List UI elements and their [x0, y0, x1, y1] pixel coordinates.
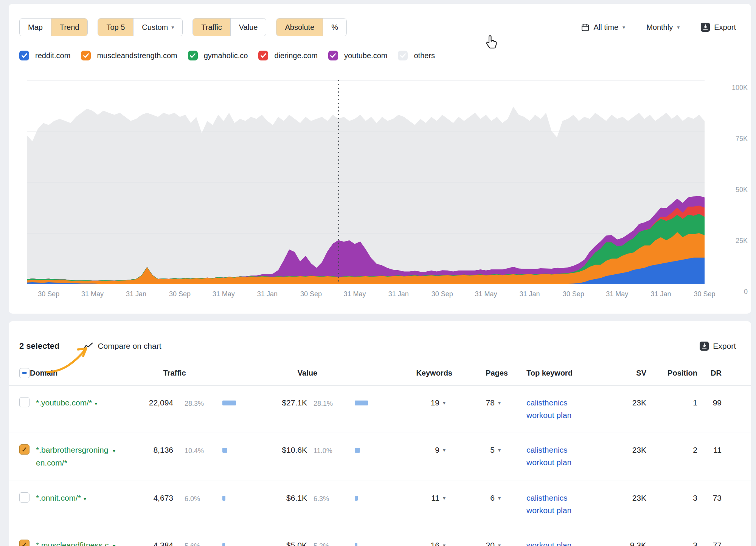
position-value: 1: [646, 396, 697, 409]
row-checkbox[interactable]: [19, 540, 29, 546]
x-axis-label: 31 Jan: [257, 290, 278, 298]
legend-item[interactable]: dieringe.com: [258, 51, 318, 60]
pages-dropdown[interactable]: 20▾: [446, 539, 501, 546]
top5-button[interactable]: Top 5: [98, 19, 133, 36]
value-amount: $27.1K: [251, 396, 307, 409]
chevron-down-icon[interactable]: ▾: [113, 543, 115, 546]
custom-label: Custom: [142, 23, 168, 32]
search-volume: 23K: [612, 492, 646, 504]
chevron-down-icon: ▾: [443, 495, 446, 501]
legend-item[interactable]: muscleandstrength.com: [81, 51, 177, 60]
table-row: *.youtube.com/*▾ 22,094 28.3% $27.1K 28.…: [9, 386, 751, 433]
chevron-down-icon[interactable]: ▾: [113, 448, 115, 454]
legend-item[interactable]: gymaholic.co: [188, 51, 248, 60]
keywords-dropdown[interactable]: 9▾: [381, 444, 446, 456]
chevron-down-icon: ▾: [677, 25, 680, 30]
top-keyword-link[interactable]: calisthenics workout plan: [526, 444, 589, 469]
granularity-dropdown[interactable]: Monthly ▾: [646, 23, 680, 32]
legend-label: reddit.com: [35, 51, 70, 60]
legend-item[interactable]: reddit.com: [19, 51, 70, 60]
header-traffic[interactable]: Traffic: [141, 369, 215, 377]
x-axis-label: 31 May: [344, 290, 366, 298]
dr-value: 99: [697, 396, 722, 409]
header-domain[interactable]: Domain: [30, 369, 141, 377]
check-icon: [83, 53, 89, 58]
export-button-top[interactable]: Export: [701, 23, 736, 32]
search-volume: 23K: [612, 396, 646, 409]
keywords-dropdown[interactable]: 19▾: [381, 396, 446, 409]
chevron-down-icon[interactable]: ▾: [84, 496, 86, 502]
top-keyword-link[interactable]: workout plan: [526, 539, 571, 546]
x-axis-label: 31 Jan: [519, 290, 540, 298]
value-toggle-button[interactable]: Value: [230, 19, 266, 36]
legend-checkbox[interactable]: [81, 51, 91, 60]
y-axis-label: 25K: [736, 237, 748, 245]
compare-on-chart-button[interactable]: Compare on chart: [83, 342, 161, 351]
value-share-bar: [355, 543, 357, 546]
header-value[interactable]: Value: [251, 369, 347, 377]
keywords-count: 16: [431, 539, 439, 546]
traffic-toggle-button[interactable]: Traffic: [193, 19, 230, 36]
time-range-dropdown[interactable]: All time ▾: [581, 23, 626, 32]
pages-dropdown[interactable]: 5▾: [446, 444, 501, 456]
domain-text: *.barbrothersgroningen.com/*: [36, 444, 110, 469]
header-keywords[interactable]: Keywords: [381, 369, 452, 377]
legend-label: dieringe.com: [274, 51, 318, 60]
x-axis-label: 30 Sep: [432, 290, 453, 298]
domain-link[interactable]: *.youtube.com/*▾: [36, 398, 97, 407]
stacked-area-chart[interactable]: [27, 80, 705, 284]
domain-text: *.youtube.com/*: [36, 396, 92, 409]
custom-dropdown-button[interactable]: Custom ▾: [133, 19, 182, 36]
value-share-bar: [355, 448, 360, 453]
x-axis-label: 30 Sep: [563, 290, 584, 298]
domain-text: *.onnit.com/*: [36, 492, 81, 504]
legend-checkbox[interactable]: [19, 51, 29, 60]
table-header-row: Domain Traffic Value Keywords Pages Top …: [9, 360, 751, 386]
keywords-dropdown[interactable]: 11▾: [381, 492, 446, 504]
dr-value: 77: [697, 539, 722, 546]
top-keyword-link[interactable]: calisthenics workout plan: [526, 492, 589, 517]
legend-label: muscleandstrength.com: [97, 51, 177, 60]
select-all-checkbox[interactable]: [19, 368, 29, 378]
header-top-keyword[interactable]: Top keyword: [501, 369, 612, 377]
toolbar-right-group: All time ▾ Monthly ▾ Export: [581, 23, 736, 32]
row-checkbox[interactable]: [19, 397, 29, 407]
row-checkbox[interactable]: [19, 444, 29, 455]
absolute-toggle-button[interactable]: Absolute: [276, 19, 323, 36]
pages-count: 5: [490, 444, 495, 456]
y-axis-label: 75K: [736, 135, 748, 143]
top-keyword-link[interactable]: calisthenics workout plan: [526, 396, 589, 421]
chevron-down-icon: ▾: [443, 400, 446, 405]
header-position[interactable]: Position: [646, 369, 697, 377]
table-row: *.onnit.com/*▾ 4,673 6.0% $6.1K 6.3% 11▾…: [9, 481, 751, 528]
traffic-value-toggle: Traffic Value: [192, 18, 266, 36]
legend-item[interactable]: youtube.com: [328, 51, 388, 60]
x-axis-label: 31 May: [213, 290, 235, 298]
time-range-label: All time: [594, 23, 619, 32]
header-dr[interactable]: DR: [697, 369, 722, 377]
chevron-down-icon[interactable]: ▾: [95, 401, 97, 407]
legend-checkbox[interactable]: [188, 51, 198, 60]
header-sv[interactable]: SV: [612, 369, 646, 377]
trend-toggle-button[interactable]: Trend: [51, 19, 88, 36]
map-toggle-button[interactable]: Map: [20, 19, 51, 36]
row-checkbox[interactable]: [19, 492, 29, 503]
keywords-dropdown[interactable]: 16▾: [381, 539, 446, 546]
legend-checkbox[interactable]: [328, 51, 338, 60]
legend-item[interactable]: others: [398, 51, 435, 60]
pages-count: 78: [486, 396, 495, 409]
domain-link[interactable]: *.barbrothersgroningen.com/*▾: [36, 445, 115, 454]
x-axis-label: 31 Jan: [126, 290, 146, 298]
legend-checkbox[interactable]: [258, 51, 268, 60]
legend-checkbox[interactable]: [398, 51, 408, 60]
traffic-trend-chart[interactable]: [27, 80, 705, 284]
header-pages[interactable]: Pages: [446, 369, 508, 377]
chevron-down-icon: ▾: [171, 25, 174, 30]
domain-link[interactable]: *.onnit.com/*▾: [36, 493, 86, 502]
export-button-table[interactable]: Export: [700, 342, 736, 351]
percent-toggle-button[interactable]: %: [323, 19, 346, 36]
pages-dropdown[interactable]: 78▾: [446, 396, 501, 409]
pages-dropdown[interactable]: 6▾: [446, 492, 501, 504]
domain-link[interactable]: *.muscleandfitness.com/*▾: [36, 541, 115, 546]
value-percent: 6.3%: [307, 492, 347, 505]
